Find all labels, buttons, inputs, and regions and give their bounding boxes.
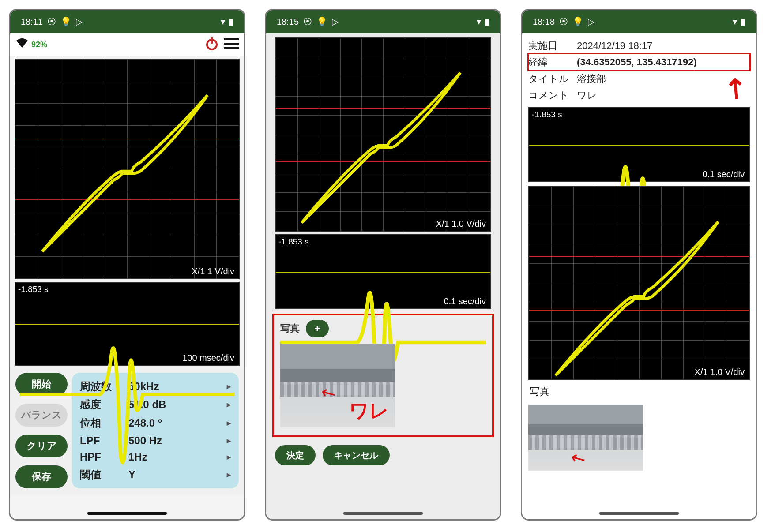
status-bar: 18:18 ⦿ 💡 ▷ ▾ ▮ xyxy=(522,10,756,33)
meta-comment: コメント ワレ xyxy=(528,87,750,103)
bulb-icon: 💡 xyxy=(572,16,583,27)
status-time: 18:11 xyxy=(21,17,43,27)
xy-chart-label: X/1 1 V/div xyxy=(192,266,234,277)
battery-icon: ▮ xyxy=(741,16,745,27)
xy-chart-label: X/1 1.0 V/div xyxy=(436,219,486,229)
xy-chart[interactable]: X/1 1.0 V/div xyxy=(528,186,750,380)
ts-scale-label: 0.1 sec/div xyxy=(702,169,745,180)
meta-coordinates: 経緯 (34.6352055, 135.4317192) xyxy=(528,54,750,70)
svg-rect-2 xyxy=(224,38,239,40)
svg-rect-1 xyxy=(211,37,213,44)
status-app-icon: ⦿ xyxy=(559,17,568,27)
wifi-icon: ▾ xyxy=(733,16,737,27)
app-toolbar: 92% xyxy=(10,33,244,56)
svg-rect-4 xyxy=(224,47,239,49)
phone-panel-2: 18:15 ⦿ 💡 ▷ ▾ ▮ X/1 1.0 V/div xyxy=(265,9,501,521)
xy-chart[interactable]: X/1 1.0 V/div xyxy=(275,37,491,232)
meta-date: 実施日 2024/12/19 18:17 xyxy=(528,37,750,54)
play-icon: ▷ xyxy=(332,16,339,27)
photo-thumbnail[interactable]: ↖ ワレ xyxy=(280,344,395,427)
xy-trace xyxy=(15,60,239,283)
battery-level: 92% xyxy=(31,40,47,49)
status-bar: 18:15 ⦿ 💡 ▷ ▾ ▮ xyxy=(266,10,500,33)
menu-icon[interactable] xyxy=(224,37,239,52)
svg-rect-3 xyxy=(224,43,239,45)
nav-pill[interactable] xyxy=(599,512,679,515)
nav-pill[interactable] xyxy=(87,512,167,515)
photo-thumbnail[interactable]: ↖ xyxy=(528,405,643,471)
status-time: 18:15 xyxy=(277,17,299,27)
status-app-icon: ⦿ xyxy=(303,17,312,27)
bulb-icon: 💡 xyxy=(316,16,327,27)
wifi-icon: ▾ xyxy=(477,16,481,27)
bulb-icon: 💡 xyxy=(60,16,71,27)
battery-icon: ▮ xyxy=(229,16,233,27)
ts-scale-label: 100 msec/div xyxy=(182,353,234,363)
power-icon[interactable] xyxy=(204,36,219,53)
phone-panel-1: 18:11 ⦿ 💡 ▷ ▾ ▮ 92% /*grid drawn xyxy=(9,9,245,521)
status-time: 18:18 xyxy=(533,17,555,27)
ts-trace xyxy=(15,283,239,506)
timeseries-chart[interactable]: -1.853 s 100 msec/div xyxy=(15,282,240,366)
metadata-table: 実施日 2024/12/19 18:17 経緯 (34.6352055, 135… xyxy=(528,37,750,104)
play-icon: ▷ xyxy=(76,16,83,27)
ts-scale-label: 0.1 sec/div xyxy=(444,296,486,307)
battery-icon: ▮ xyxy=(485,16,489,27)
photo-annotation-text: ワレ xyxy=(349,398,389,424)
xy-chart-label: X/1 1.0 V/div xyxy=(695,367,745,377)
status-bar: 18:11 ⦿ 💡 ▷ ▾ ▮ xyxy=(10,10,244,33)
wifi-strength-icon xyxy=(15,37,29,52)
nav-pill[interactable] xyxy=(343,512,423,515)
xy-chart[interactable]: /*grid drawn below via repeated divs*/ X… xyxy=(15,59,240,279)
status-app-icon: ⦿ xyxy=(47,17,56,27)
timeseries-chart[interactable]: -1.853 s 0.1 sec/div xyxy=(528,107,750,182)
phone-panel-3: 18:18 ⦿ 💡 ▷ ▾ ▮ 実施日 2024/12/19 18:17 経緯 … xyxy=(521,9,757,521)
wifi-icon: ▾ xyxy=(221,16,225,27)
meta-title: タイトル 溶接部 xyxy=(528,71,750,87)
timeseries-chart[interactable]: -1.853 s 0.1 sec/div xyxy=(275,234,491,309)
play-icon: ▷ xyxy=(588,16,594,27)
